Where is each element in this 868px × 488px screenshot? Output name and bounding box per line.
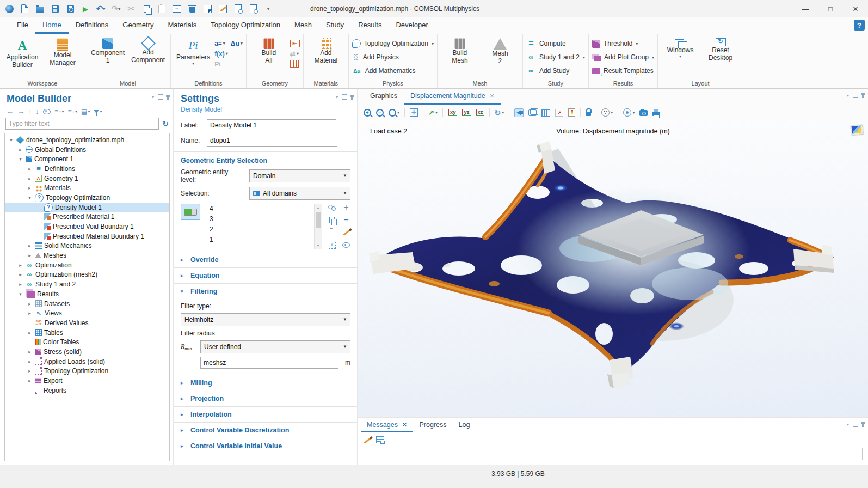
clear-selection-button[interactable] <box>342 229 350 236</box>
expand-arrow-icon[interactable]: ▸ <box>27 310 33 316</box>
minimize-button[interactable]: — <box>793 0 818 17</box>
menu-item-home[interactable]: Home <box>35 17 69 34</box>
tree-item[interactable]: ▸Tables <box>5 328 169 338</box>
collapse-arrow-icon[interactable]: ▾ <box>17 291 23 297</box>
view-xy-button[interactable]: xy <box>448 109 457 117</box>
section-control-variable-discretization[interactable]: ▸Control Variable Discretization <box>174 422 357 438</box>
a=-button[interactable]: a=▾ <box>214 40 225 47</box>
filter-type-select[interactable]: Helmholtz ▼ <box>181 313 350 326</box>
filter-funnel-button[interactable]: ▾ <box>94 109 102 114</box>
expand-arrow-icon[interactable]: ▸ <box>27 330 33 335</box>
menu-item-materials[interactable]: Materials <box>161 17 204 34</box>
forward-button[interactable]: → <box>17 107 24 115</box>
section-interpolation[interactable]: ▸Interpolation <box>174 406 357 422</box>
run-button[interactable]: ▶ <box>78 2 93 16</box>
add-to-selection-button[interactable]: + <box>342 204 350 211</box>
tree-item[interactable]: ▾?Topology Optimization <box>5 193 169 203</box>
expand-arrow-icon[interactable]: ▸ <box>27 243 33 248</box>
pin-panel-icon[interactable] <box>351 95 353 100</box>
plotgroup-button[interactable]: Add Plot Group▾ <box>592 51 654 64</box>
tree-item[interactable]: ▸Definitions <box>5 164 169 174</box>
Δu-button[interactable]: Δu▾ <box>231 40 243 47</box>
tree-item[interactable]: Prescribed Material 1 <box>5 212 169 222</box>
expand-arrow-icon[interactable]: ▸ <box>17 272 23 277</box>
threshold-button[interactable]: Threshold▾ <box>592 37 638 51</box>
reset-desktop-button[interactable]: ResetDesktop <box>701 37 740 63</box>
tree-item[interactable]: ?Density Model 1 <box>5 203 169 212</box>
expand-arrow-icon[interactable]: ▸ <box>17 263 23 268</box>
close-button[interactable]: ✕ <box>843 0 868 17</box>
zoom-box-button[interactable]: ▾ <box>389 109 399 117</box>
Pi-button[interactable]: Pi <box>214 60 220 68</box>
tree-item[interactable]: ▸Meshes <box>5 251 169 260</box>
addmath-button[interactable]: Add Mathematics <box>352 64 416 78</box>
menu-item-study[interactable]: Study <box>319 17 351 34</box>
expand-arrow-icon[interactable]: ▸ <box>27 359 33 364</box>
component-button[interactable]: Component1 <box>89 37 127 66</box>
tree-item[interactable]: ▸Optimization (mesh2) <box>5 270 169 280</box>
show-selection-button[interactable] <box>342 241 350 249</box>
tab-messages[interactable]: Messages✕ <box>361 418 413 432</box>
new-file-button[interactable] <box>17 2 32 16</box>
pin-panel-icon[interactable] <box>862 422 864 427</box>
maximize-button[interactable]: □ <box>818 0 843 17</box>
lock-view-button[interactable] <box>586 109 591 116</box>
collapse-arrow-icon[interactable]: ▾ <box>27 195 33 200</box>
compute-button[interactable]: Compute <box>526 37 566 51</box>
zoom-to-selection-button[interactable]: + <box>328 241 336 249</box>
collapse-arrow-icon[interactable]: ▾ <box>17 156 23 162</box>
tab-log[interactable]: Log <box>453 418 476 432</box>
duplicate-button[interactable] <box>170 2 184 16</box>
move-up-button[interactable]: ↑ <box>28 107 32 115</box>
clear-selection-button[interactable] <box>216 2 230 16</box>
tree-item[interactable]: ▸Topology Optimization <box>5 367 169 376</box>
expand-arrow-icon[interactable]: ▸ <box>17 147 23 152</box>
tree-item[interactable]: ▾Component 1 <box>5 154 169 164</box>
tree-item[interactable]: ▸Export <box>5 376 169 386</box>
parameters-button[interactable]: Parameters▾ <box>174 37 212 68</box>
expand-arrow-icon[interactable]: ▸ <box>27 253 33 258</box>
view-xz-button[interactable]: xz <box>476 109 484 117</box>
tree-item[interactable]: Prescribed Material Boundary 1 <box>5 231 169 241</box>
panel-menu-chevron-icon[interactable]: ▾ <box>847 93 849 98</box>
panel-menu-chevron-icon[interactable]: ▾ <box>847 422 849 427</box>
tree-item[interactable]: ▾Results <box>5 289 169 299</box>
show-grid-button[interactable] <box>541 109 550 117</box>
zoom-extents-button[interactable]: ✛ <box>410 108 418 117</box>
model-tree-node-text-button[interactable]: ▤▾ <box>81 108 90 115</box>
menu-item-geometry[interactable]: Geometry <box>115 17 161 34</box>
panel-menu-chevron-icon[interactable]: ▾ <box>336 95 338 100</box>
tab-displacement-magnitude[interactable]: Displacement Magnitude ✕ <box>404 89 501 105</box>
view-yz-button[interactable]: yz <box>462 109 471 117</box>
zoom-out-button[interactable]: − <box>376 109 384 117</box>
create-selection-button[interactable] <box>328 204 336 211</box>
section-equation[interactable]: ▸Equation <box>174 267 357 283</box>
selection-list-item[interactable]: 4 <box>206 204 322 215</box>
templates-button[interactable]: Result Templates <box>592 64 654 78</box>
app-builder-button[interactable]: ApplicationBuilder <box>3 37 41 70</box>
tree-item[interactable]: 8.85e-12Derived Values <box>5 318 169 328</box>
section-filtering[interactable]: ▾ Filtering <box>174 283 357 299</box>
f(x)-button[interactable]: f(x)▾ <box>214 50 228 58</box>
section-milling[interactable]: ▸Milling <box>174 375 357 391</box>
tree-item[interactable]: ▸Datasets <box>5 299 169 309</box>
clear-messages-brush-icon[interactable] <box>364 436 371 443</box>
collapse-all-button[interactable]: ≡↑▾ <box>54 108 64 115</box>
expand-arrow-icon[interactable]: ▸ <box>27 176 33 181</box>
show-axes-button[interactable] <box>555 109 563 117</box>
addstudy-button[interactable]: Add Study <box>526 64 569 78</box>
find-button[interactable] <box>231 2 245 16</box>
windows-button[interactable]: Windows▾ <box>661 37 699 60</box>
tree-item[interactable]: ▾drone_topology_optimization.mph <box>5 135 169 145</box>
active-toggle-button[interactable] <box>181 204 200 220</box>
redo-button[interactable]: ↷▾ <box>109 2 123 16</box>
transparency-button[interactable]: ▾ <box>623 108 635 117</box>
close-tab-icon[interactable]: ✕ <box>490 93 495 100</box>
move-down-button[interactable]: ↓ <box>36 107 40 115</box>
back-button[interactable]: ← <box>7 107 14 115</box>
show-color-legend-button[interactable] <box>568 108 575 117</box>
menu-item-file[interactable]: File <box>10 17 35 34</box>
save-search-button[interactable] <box>63 2 77 16</box>
show-toggle-button[interactable] <box>43 109 51 114</box>
close-tab-icon[interactable]: ✕ <box>402 420 407 429</box>
